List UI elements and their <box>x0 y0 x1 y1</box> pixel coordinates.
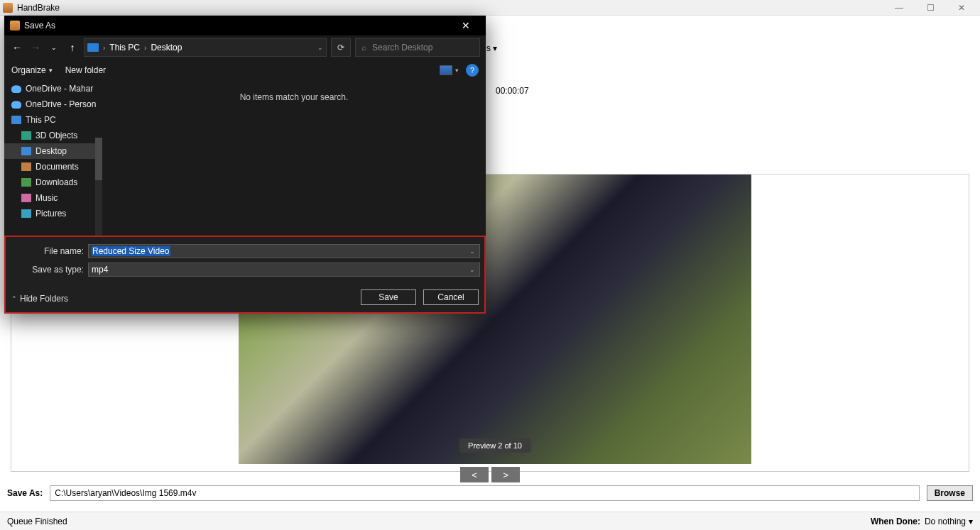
app-title: HandBrake <box>17 3 60 13</box>
view-icon <box>440 65 452 75</box>
nav-forward-button[interactable]: → <box>28 40 43 55</box>
when-done-label: When Done: <box>871 517 920 526</box>
dialog-body: OneDrive - MaharOneDrive - PersonThis PC… <box>4 81 486 236</box>
app-titlebar: HandBrake — ☐ ✕ <box>0 0 980 16</box>
handbrake-icon <box>10 21 20 31</box>
chevron-up-icon: ⌃ <box>11 295 17 302</box>
scrollbar-thumb[interactable] <box>95 138 102 180</box>
empty-message: No items match your search. <box>240 92 349 102</box>
tree-item-label: This PC <box>26 115 56 125</box>
search-input[interactable]: ⌕ Search Desktop <box>355 38 480 57</box>
preview-prev-button[interactable]: < <box>460 467 489 482</box>
refresh-button[interactable]: ⟳ <box>331 38 351 57</box>
minimize-button[interactable]: — <box>883 0 915 16</box>
file-list: No items match your search. <box>102 81 486 236</box>
hide-folders-button[interactable]: ⌃ Hide Folders <box>11 294 68 304</box>
when-done-dropdown[interactable]: Do nothing ▾ <box>925 517 973 526</box>
save-type-value: mp4 <box>92 265 108 275</box>
save-as-dialog: Save As ✕ ← → ⌄ ↑ › This PC › Desktop ⌄ … <box>4 16 486 314</box>
obj3d-icon <box>21 131 31 140</box>
preview-nav: < > <box>460 467 520 482</box>
breadcrumb-desktop[interactable]: Desktop <box>151 43 182 53</box>
tree-item-label: Documents <box>36 162 79 172</box>
preview-next-button[interactable]: > <box>491 467 520 482</box>
save-type-dropdown[interactable]: mp4 ⌄ <box>88 263 480 277</box>
address-bar[interactable]: › This PC › Desktop ⌄ <box>84 38 327 57</box>
chevron-down-icon: ▾ <box>49 67 53 74</box>
pc-icon <box>11 116 21 124</box>
nav-recent-button[interactable]: ⌄ <box>47 40 61 55</box>
tree-item-label: OneDrive - Mahar <box>26 84 93 94</box>
tree-pictures[interactable]: Pictures <box>4 206 102 221</box>
tree-desktop[interactable]: Desktop <box>4 143 102 159</box>
browse-button[interactable]: Browse <box>927 485 973 501</box>
save-as-row: Save As: Browse <box>7 485 973 501</box>
hide-folders-label: Hide Folders <box>20 294 68 304</box>
chevron-down-icon[interactable]: ⌄ <box>469 248 475 255</box>
search-placeholder: Search Desktop <box>372 43 432 53</box>
preview-counter: Preview 2 of 10 <box>459 438 530 453</box>
nav-up-button[interactable]: ↑ <box>65 40 80 55</box>
organize-menu[interactable]: Organize ▾ <box>11 65 53 75</box>
doc-icon <box>21 162 31 171</box>
file-name-label: File name: <box>10 246 84 256</box>
tree-item-label: Downloads <box>36 177 77 187</box>
dialog-navbar: ← → ⌄ ↑ › This PC › Desktop ⌄ ⟳ ⌕ Search… <box>4 35 486 60</box>
status-text: Queue Finished <box>7 517 67 526</box>
save-as-path-input[interactable] <box>50 485 919 501</box>
tree-3d-objects[interactable]: 3D Objects <box>4 128 102 143</box>
file-name-input[interactable]: Reduced Size Video ⌄ <box>88 244 480 258</box>
chevron-down-icon: ▾ <box>455 67 459 74</box>
tree-item-label: Music <box>36 193 58 203</box>
chevron-right-icon: › <box>103 44 105 52</box>
dialog-title: Save As <box>24 21 55 31</box>
window-controls: — ☐ ✕ <box>883 0 977 16</box>
pic-icon <box>21 209 31 218</box>
chevron-down-icon: ▾ <box>969 517 973 526</box>
chevron-down-icon[interactable]: ⌄ <box>469 266 475 273</box>
cancel-button[interactable]: Cancel <box>423 289 479 305</box>
music-icon <box>21 194 31 202</box>
dialog-close-button[interactable]: ✕ <box>452 16 480 35</box>
tree-documents[interactable]: Documents <box>4 159 102 175</box>
handbrake-icon <box>3 3 13 13</box>
search-icon: ⌕ <box>361 43 366 53</box>
dialog-toolbar: Organize ▾ New folder ▾ ? <box>4 60 486 81</box>
angle-suffix[interactable]: s ▾ <box>486 43 497 53</box>
nav-back-button[interactable]: ← <box>10 40 24 55</box>
pc-icon <box>87 43 99 52</box>
breadcrumb-this-pc[interactable]: This PC <box>109 43 140 53</box>
when-done-value: Do nothing <box>925 517 966 526</box>
tree-item-label: Desktop <box>36 146 67 156</box>
view-mode-button[interactable]: ▾ <box>440 65 459 75</box>
chevron-down-icon[interactable]: ⌄ <box>317 44 323 51</box>
help-button[interactable]: ? <box>466 64 479 77</box>
cloud-icon <box>11 84 21 93</box>
new-folder-button[interactable]: New folder <box>65 65 106 75</box>
file-name-value: Reduced Size Video <box>92 246 170 256</box>
close-button[interactable]: ✕ <box>946 0 977 16</box>
tree-music[interactable]: Music <box>4 190 102 206</box>
tree-onedrive-1[interactable]: OneDrive - Mahar <box>4 81 102 96</box>
dl-icon <box>21 178 31 187</box>
dialog-titlebar: Save As ✕ <box>4 16 486 35</box>
tree-downloads[interactable]: Downloads <box>4 175 102 190</box>
tree-onedrive-2[interactable]: OneDrive - Person <box>4 96 102 112</box>
status-bar: Queue Finished When Done: Do nothing ▾ <box>0 512 980 530</box>
save-button[interactable]: Save <box>361 289 416 305</box>
tree-item-label: OneDrive - Person <box>26 99 96 109</box>
tree-item-label: Pictures <box>36 209 66 219</box>
duration-value: 00:00:07 <box>496 86 529 96</box>
desktop-icon <box>21 147 31 155</box>
tree-this-pc[interactable]: This PC <box>4 112 102 128</box>
dialog-footer: File name: Reduced Size Video ⌄ Save as … <box>4 236 486 314</box>
tree-scrollbar[interactable] <box>95 138 102 236</box>
save-as-label: Save As: <box>7 488 43 498</box>
maximize-button[interactable]: ☐ <box>915 0 946 16</box>
cloud-icon <box>11 100 21 109</box>
save-type-label: Save as type: <box>10 265 84 275</box>
tree-item-label: 3D Objects <box>36 131 77 140</box>
folder-tree: OneDrive - MaharOneDrive - PersonThis PC… <box>4 81 102 236</box>
chevron-right-icon: › <box>144 44 146 52</box>
organize-label: Organize <box>11 65 46 75</box>
